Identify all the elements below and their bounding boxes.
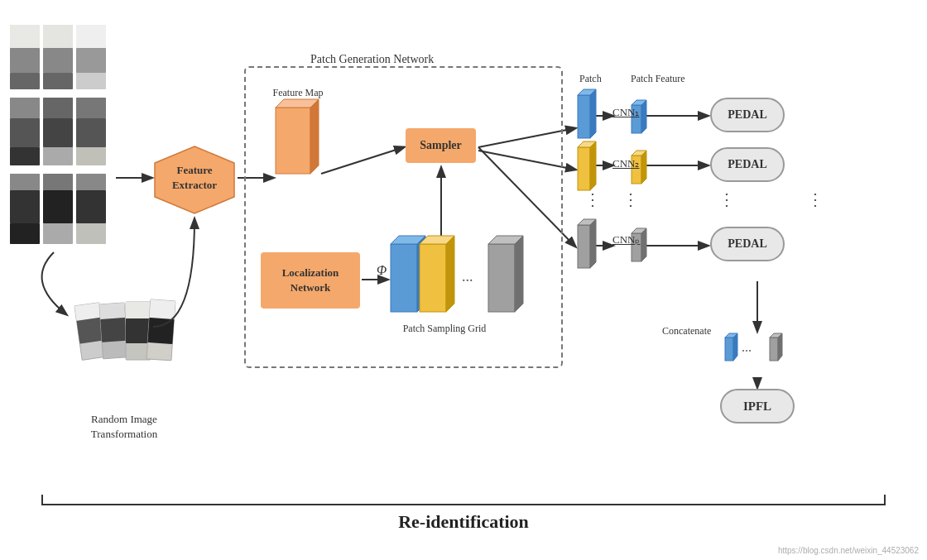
svg-rect-95 [770,337,778,361]
svg-rect-14 [10,147,40,165]
svg-marker-92 [725,333,737,337]
sampler-box: Sampler [406,128,476,163]
svg-marker-74 [578,89,596,95]
bottom-section: Re-identification [41,495,886,533]
svg-rect-15 [43,98,73,165]
localization-network-box: Localization Network [261,252,360,309]
svg-rect-2 [10,48,40,73]
svg-rect-18 [76,98,106,165]
svg-rect-6 [43,48,73,73]
svg-marker-83 [632,100,646,105]
svg-rect-4 [43,25,73,89]
feature-extractor-shape: Feature Extractor [153,145,236,215]
svg-rect-41 [149,299,175,319]
svg-rect-91 [725,337,733,361]
svg-rect-16 [43,98,73,118]
svg-rect-26 [43,174,73,190]
svg-rect-28 [76,174,106,244]
patch-sampling-label: Patch Sampling Grid [391,323,498,335]
svg-rect-9 [76,25,106,48]
svg-rect-33 [77,318,105,344]
svg-rect-35 [99,303,125,319]
svg-marker-81 [590,219,596,268]
watermark: https://blog.csdn.net/weixin_44523062 [778,546,919,555]
svg-rect-38 [126,302,151,318]
svg-rect-0 [10,25,40,89]
svg-rect-3 [10,73,40,89]
svg-rect-36 [100,318,127,342]
ipfl-box: IPFL [720,389,795,424]
svg-marker-84 [641,100,646,133]
svg-rect-79 [578,225,590,268]
svg-marker-86 [632,151,646,156]
svg-text:⋮: ⋮ [584,190,601,208]
svg-text:⋮: ⋮ [622,190,639,208]
svg-rect-37 [126,302,151,360]
svg-rect-1 [10,25,40,48]
svg-rect-23 [10,190,40,223]
svg-marker-75 [590,89,596,138]
svg-rect-42 [147,318,174,344]
svg-marker-80 [578,219,596,225]
pedal-label-2: PEDAL [728,158,766,171]
svg-marker-77 [578,141,596,147]
pedal-label-p: PEDAL [728,237,766,251]
svg-marker-97 [778,333,782,361]
svg-rect-21 [10,174,40,244]
patch-gen-label: Patch Generation Network [310,53,434,66]
svg-text:Feature: Feature [176,164,212,176]
svg-rect-39 [126,318,151,343]
svg-rect-20 [76,118,106,147]
main-container: Φ ··· [0,0,927,560]
svg-rect-10 [76,48,106,73]
svg-marker-96 [770,333,782,337]
localization-network-label: Localization Network [282,266,339,294]
reidentification-label: Re-identification [41,511,886,533]
svg-marker-78 [590,141,596,190]
patch-label: Patch [579,73,602,85]
svg-rect-31 [74,303,107,361]
feature-map-label: Feature Map [269,87,327,99]
cnn2-label: CNN₂ [612,157,639,170]
svg-rect-8 [76,25,106,89]
ipfl-label: IPFL [743,400,771,414]
svg-rect-34 [99,303,128,359]
svg-rect-19 [76,98,106,118]
concatenate-label: Concatenate [662,325,711,337]
svg-rect-13 [10,118,40,147]
svg-marker-93 [733,333,737,361]
sampler-label: Sampler [420,139,462,152]
svg-rect-22 [10,174,40,190]
svg-marker-87 [641,151,646,184]
svg-text:Extractor: Extractor [172,179,217,191]
cnn1-label: CNN₁ [612,106,639,119]
pedal-label-1: PEDAL [728,108,766,122]
svg-rect-27 [43,190,73,223]
svg-rect-40 [146,299,175,361]
svg-rect-32 [74,303,101,321]
svg-marker-90 [641,228,646,261]
svg-rect-11 [10,98,40,165]
svg-rect-30 [76,190,106,223]
pedal-box-p: PEDAL [710,227,785,261]
svg-rect-24 [10,223,40,244]
svg-rect-12 [10,98,40,118]
svg-rect-7 [43,73,73,89]
svg-rect-29 [76,174,106,190]
random-image-transformation-label: Random Image Transformation [58,412,190,442]
cnnp-label: CNNₚ [612,233,640,246]
svg-rect-76 [578,147,590,190]
svg-rect-25 [43,174,73,244]
pedal-box-1: PEDAL [710,98,785,132]
svg-rect-5 [43,25,73,48]
svg-text:⋮: ⋮ [807,190,824,208]
patch-feature-label: Patch Feature [631,73,685,85]
svg-text:⋮: ⋮ [718,190,735,208]
svg-text:···: ··· [742,344,752,358]
svg-rect-17 [43,118,73,147]
svg-rect-73 [578,95,590,138]
pedal-box-2: PEDAL [710,147,785,182]
